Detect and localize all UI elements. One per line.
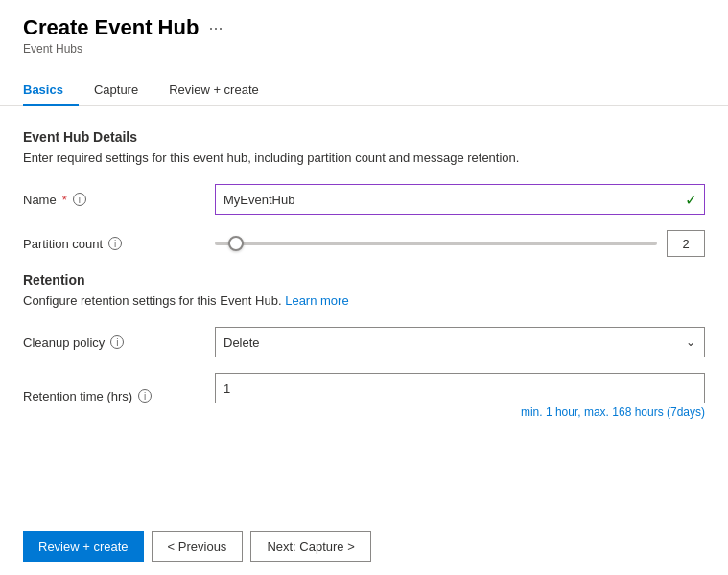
name-label: Name * i <box>23 193 215 207</box>
page-subtitle: Event Hubs <box>23 42 705 56</box>
name-input[interactable] <box>215 184 705 215</box>
retention-desc: Configure retention settings for this Ev… <box>23 293 705 308</box>
retention-time-info-icon[interactable]: i <box>138 389 152 402</box>
name-input-control: ✓ <box>215 184 705 215</box>
name-info-icon[interactable]: i <box>73 193 86 206</box>
retention-hint-text: min. 1 hour, max. 168 hours (7days) <box>215 405 705 419</box>
cleanup-select-wrapper: Delete Compact ⌄ <box>215 327 705 357</box>
next-capture-button[interactable]: Next: Capture > <box>250 531 370 562</box>
retention-section: Retention Configure retention settings f… <box>23 272 705 419</box>
retention-time-row: Retention time (hrs) i min. 1 hour, max.… <box>23 373 705 419</box>
partition-row: Partition count i 2 <box>23 230 705 257</box>
cleanup-policy-row: Cleanup policy i Delete Compact ⌄ <box>23 327 705 357</box>
cleanup-label-text: Cleanup policy <box>23 335 105 350</box>
name-input-wrapper: ✓ <box>215 184 705 215</box>
event-hub-details-title: Event Hub Details <box>23 129 705 145</box>
partition-label-text: Partition count <box>23 237 103 251</box>
name-required-star: * <box>62 193 67 207</box>
name-row: Name * i ✓ <box>23 184 705 215</box>
partition-info-icon[interactable]: i <box>108 237 122 250</box>
tabs-bar: Basics Capture Review + create <box>0 59 728 106</box>
partition-value-box: 2 <box>667 230 705 257</box>
check-icon: ✓ <box>685 191 697 209</box>
retention-desc-text: Configure retention settings for this Ev… <box>23 293 282 308</box>
learn-more-link[interactable]: Learn more <box>285 293 348 308</box>
retention-time-label-text: Retention time (hrs) <box>23 389 132 403</box>
retention-input-wrapper: min. 1 hour, max. 168 hours (7days) <box>215 373 705 419</box>
event-hub-details-desc: Enter required settings for this event h… <box>23 150 705 165</box>
cleanup-control: Delete Compact ⌄ <box>215 327 705 357</box>
cleanup-info-icon[interactable]: i <box>110 335 124 349</box>
footer: Review + create < Previous Next: Capture… <box>0 517 728 575</box>
retention-time-label: Retention time (hrs) i <box>23 389 215 403</box>
retention-title: Retention <box>23 272 705 288</box>
tab-review-create[interactable]: Review + create <box>153 75 274 106</box>
cleanup-policy-select[interactable]: Delete Compact <box>215 327 705 357</box>
previous-button[interactable]: < Previous <box>152 531 244 562</box>
tab-basics[interactable]: Basics <box>23 75 79 106</box>
partition-label: Partition count i <box>23 237 215 251</box>
main-content: Event Hub Details Enter required setting… <box>0 106 728 517</box>
tab-capture[interactable]: Capture <box>79 75 153 106</box>
partition-control: 2 <box>215 230 705 257</box>
page-header: Create Event Hub ··· Event Hubs <box>0 0 728 56</box>
cleanup-label: Cleanup policy i <box>23 335 215 350</box>
review-create-button[interactable]: Review + create <box>23 531 144 562</box>
partition-slider-wrapper: 2 <box>215 230 705 257</box>
partition-slider[interactable] <box>215 242 657 245</box>
page-title: Create Event Hub <box>23 15 199 40</box>
more-options-icon[interactable]: ··· <box>208 18 223 38</box>
retention-time-control: min. 1 hour, max. 168 hours (7days) <box>215 373 705 419</box>
retention-time-input[interactable] <box>215 373 705 403</box>
name-label-text: Name <box>23 193 57 207</box>
